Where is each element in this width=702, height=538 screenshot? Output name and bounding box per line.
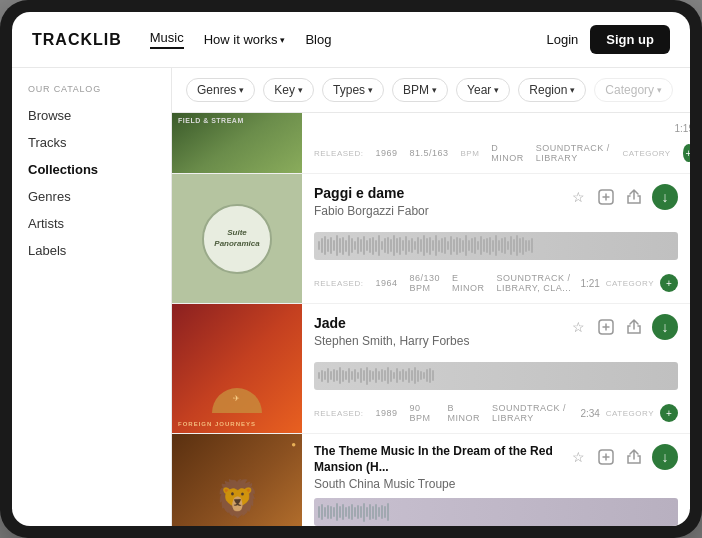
filter-region[interactable]: Region ▾: [518, 78, 586, 102]
device-frame: TRACKLIB Music How it works ▾ Blog Login…: [0, 0, 702, 538]
track-thumbnail: SuitePanoramica: [172, 174, 302, 303]
nav-links: Music How it works ▾ Blog: [150, 30, 547, 49]
header: TRACKLIB Music How it works ▾ Blog Login…: [12, 12, 690, 68]
track-info: 1:19 RELEASED: 1969 81.5/163 BPM D MINOR…: [302, 113, 690, 173]
sidebar-item-genres[interactable]: Genres: [12, 183, 171, 210]
filter-category[interactable]: Category ▾: [594, 78, 673, 102]
waveform-bars: [314, 362, 678, 390]
star-icon[interactable]: ☆: [568, 447, 588, 467]
track-duration: 1:19: [675, 123, 690, 134]
login-button[interactable]: Login: [547, 32, 579, 47]
track-item: FIELD & STREAM 1:19 RELEASED: 1969 81.5/…: [172, 113, 690, 174]
chevron-down-icon: ▾: [280, 35, 285, 45]
track-item: ✈ FOREIGN JOURNEYS Jade Stephen Smith, H…: [172, 304, 690, 434]
track-info: The Theme Music In the Dream of the Red …: [302, 434, 690, 526]
screen: TRACKLIB Music How it works ▾ Blog Login…: [12, 12, 690, 526]
track-info: Jade Stephen Smith, Harry Forbes ☆: [302, 304, 690, 433]
track-title-group: Jade Stephen Smith, Harry Forbes: [314, 314, 469, 348]
chevron-down-icon: ▾: [298, 85, 303, 95]
track-actions: ☆: [568, 444, 678, 470]
chevron-down-icon: ▾: [239, 85, 244, 95]
filter-bpm[interactable]: BPM ▾: [392, 78, 448, 102]
category-plus-icon[interactable]: +: [660, 404, 678, 422]
sidebar: OUR CATALOG Browse Tracks Collections Ge…: [12, 68, 172, 526]
track-meta: RELEASED: 1969 81.5/163 BPM D MINOR SOUN…: [314, 143, 690, 163]
track-actions: ☆: [568, 314, 678, 340]
waveform: [314, 362, 678, 390]
track-top: The Theme Music In the Dream of the Red …: [314, 444, 678, 491]
content-area: Genres ▾ Key ▾ Types ▾ BPM ▾: [172, 68, 690, 526]
track-meta: RELEASED: 1964 86/130 BPM E MINOR SOUNDT…: [314, 273, 580, 293]
waveform: [314, 232, 678, 260]
track-artist: Fabio Borgazzi Fabor: [314, 204, 429, 218]
filter-year[interactable]: Year ▾: [456, 78, 510, 102]
chevron-down-icon: ▾: [368, 85, 373, 95]
filter-key[interactable]: Key ▾: [263, 78, 314, 102]
filter-genres[interactable]: Genres ▾: [186, 78, 255, 102]
category-plus-icon[interactable]: +: [683, 144, 690, 162]
star-icon[interactable]: ☆: [568, 317, 588, 337]
sidebar-item-labels[interactable]: Labels: [12, 237, 171, 264]
waveform: [314, 498, 678, 526]
nav-how-it-works[interactable]: How it works ▾: [204, 32, 286, 47]
track-thumbnail: FIELD & STREAM: [172, 113, 302, 173]
share-icon[interactable]: [624, 187, 644, 207]
signup-button[interactable]: Sign up: [590, 25, 670, 54]
track-list: FIELD & STREAM 1:19 RELEASED: 1969 81.5/…: [172, 113, 690, 526]
track-artist: South China Music Troupe: [314, 477, 568, 491]
track-info: Paggi e dame Fabio Borgazzi Fabor ☆: [302, 174, 690, 303]
chevron-down-icon: ▾: [432, 85, 437, 95]
download-icon[interactable]: ↓: [652, 184, 678, 210]
track-title: The Theme Music In the Dream of the Red …: [314, 444, 568, 475]
track-title-group: The Theme Music In the Dream of the Red …: [314, 444, 568, 491]
sidebar-item-tracks[interactable]: Tracks: [12, 129, 171, 156]
chevron-down-icon: ▾: [494, 85, 499, 95]
download-icon[interactable]: ↓: [652, 314, 678, 340]
chevron-down-icon: ▾: [570, 85, 575, 95]
track-top: Jade Stephen Smith, Harry Forbes ☆: [314, 314, 678, 348]
track-title-group: Paggi e dame Fabio Borgazzi Fabor: [314, 184, 429, 218]
track-actions: ☆: [568, 184, 678, 210]
track-duration: 2:34: [580, 408, 599, 419]
nav-music[interactable]: Music: [150, 30, 184, 49]
sidebar-item-browse[interactable]: Browse: [12, 102, 171, 129]
sidebar-item-artists[interactable]: Artists: [12, 210, 171, 237]
star-icon[interactable]: ☆: [568, 187, 588, 207]
logo: TRACKLIB: [32, 31, 122, 49]
chevron-down-icon: ▾: [657, 85, 662, 95]
waveform-bars: [314, 232, 678, 260]
filter-bar: Genres ▾ Key ▾ Types ▾ BPM ▾: [172, 68, 690, 113]
share-icon[interactable]: [624, 317, 644, 337]
track-item: 🦁 ● The Theme Music In the Dream of the …: [172, 434, 690, 526]
track-top: Paggi e dame Fabio Borgazzi Fabor ☆: [314, 184, 678, 218]
sidebar-section-label: OUR CATALOG: [12, 84, 171, 102]
nav-blog[interactable]: Blog: [305, 32, 331, 47]
track-title: Jade: [314, 314, 469, 332]
track-thumbnail: 🦁 ●: [172, 434, 302, 526]
track-meta: RELEASED: 1989 90 BPM B MINOR SOUNDTRACK…: [314, 403, 580, 423]
share-icon[interactable]: [624, 447, 644, 467]
waveform-bars: [314, 498, 678, 526]
filter-types[interactable]: Types ▾: [322, 78, 384, 102]
track-item: SuitePanoramica Paggi e dame Fabio Borga…: [172, 174, 690, 304]
sidebar-item-collections[interactable]: Collections: [12, 156, 171, 183]
header-actions: Login Sign up: [547, 25, 670, 54]
add-collection-icon[interactable]: [596, 317, 616, 337]
album-art: SuitePanoramica: [202, 204, 272, 274]
category-plus-icon[interactable]: +: [660, 274, 678, 292]
track-duration: 1:21: [580, 278, 599, 289]
main-layout: OUR CATALOG Browse Tracks Collections Ge…: [12, 68, 690, 526]
track-artist: Stephen Smith, Harry Forbes: [314, 334, 469, 348]
add-collection-icon[interactable]: [596, 447, 616, 467]
track-thumbnail: ✈ FOREIGN JOURNEYS: [172, 304, 302, 433]
download-icon[interactable]: ↓: [652, 444, 678, 470]
track-title: Paggi e dame: [314, 184, 429, 202]
add-collection-icon[interactable]: [596, 187, 616, 207]
